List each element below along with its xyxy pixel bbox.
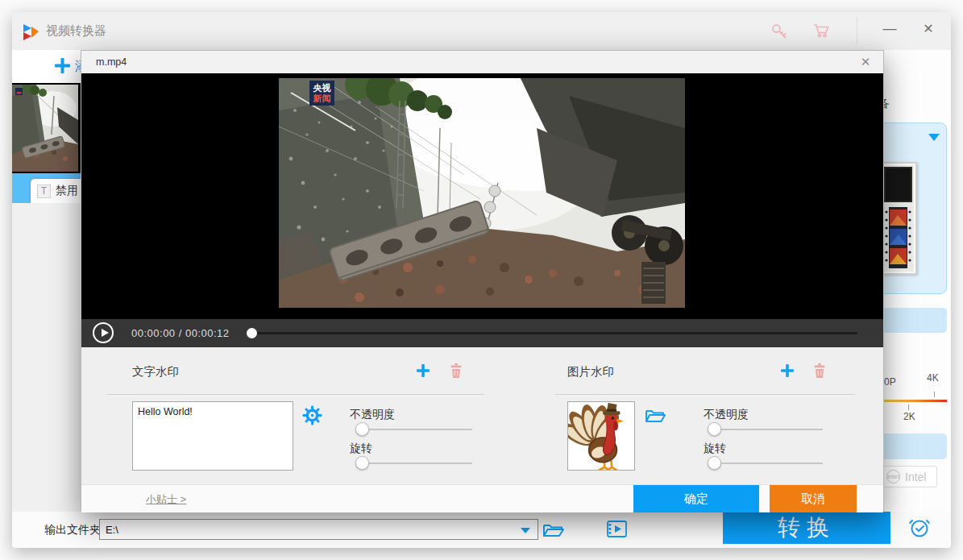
watermark-panel: 文字水印 Hello World! — [81, 347, 883, 484]
intel-label: Intel — [905, 471, 926, 483]
format-preview-panel[interactable] — [874, 122, 947, 294]
intel-logo-icon: intel — [886, 470, 900, 483]
slider-track[interactable] — [355, 429, 472, 430]
register-key-icon[interactable] — [770, 22, 789, 41]
image-opacity-label: 不透明度 — [704, 408, 749, 422]
output-folder-combobox[interactable]: E:\ — [99, 519, 538, 540]
delete-text-watermark-icon[interactable] — [449, 363, 463, 379]
filmstrip-icon — [884, 207, 912, 268]
ok-button[interactable]: 确定 — [633, 485, 759, 512]
resolution-label-left: 0P — [884, 376, 896, 388]
slider-handle[interactable] — [355, 456, 369, 470]
watermark-image-box[interactable] — [567, 401, 635, 471]
slider-handle[interactable] — [708, 456, 721, 470]
text-rotate-label: 旋转 — [350, 442, 372, 456]
slider-handle[interactable] — [708, 422, 721, 436]
dialog-title: m.mp4 — [96, 56, 127, 68]
preview-screen — [884, 167, 912, 202]
settings-row-2[interactable] — [874, 433, 947, 459]
image-opacity-slider[interactable] — [708, 422, 823, 437]
image-rotate-slider[interactable] — [708, 456, 823, 471]
text-watermark-section: 文字水印 Hello World! — [107, 347, 484, 484]
section-divider — [107, 394, 484, 395]
time-display: 00:00:00 / 00:00:12 — [131, 327, 230, 339]
open-output-folder-icon[interactable] — [542, 520, 565, 539]
video-frame — [279, 78, 685, 308]
turkey-image — [568, 402, 634, 470]
play-icon — [102, 329, 109, 337]
settings-row-1[interactable] — [874, 308, 947, 333]
tips-link[interactable]: 小贴士 > — [146, 492, 186, 507]
text-rotate-slider[interactable] — [355, 456, 472, 471]
image-rotate-label: 旋转 — [704, 442, 726, 456]
chevron-down-icon[interactable] — [928, 134, 940, 141]
app-logo-icon — [22, 23, 39, 40]
text-watermark-title: 文字水印 — [132, 364, 179, 380]
slider-track[interactable] — [708, 429, 823, 430]
add-text-watermark-icon[interactable] — [416, 363, 430, 378]
text-t-icon: T — [37, 185, 51, 198]
browse-image-folder-icon[interactable] — [645, 406, 666, 425]
add-image-watermark-icon[interactable] — [780, 363, 795, 378]
video-thumbnail[interactable] — [12, 85, 78, 172]
left-panel-background — [12, 203, 81, 512]
slider-track[interactable] — [708, 463, 823, 464]
desktop: 视频转换器 — ✕ 添 — [0, 0, 963, 560]
convert-button[interactable]: 转换 — [723, 512, 890, 544]
seek-bar[interactable] — [247, 319, 857, 347]
delete-image-watermark-icon[interactable] — [812, 363, 827, 379]
bottom-bar: 输出文件夹： E:\ 转换 — [12, 512, 951, 548]
resolution-label-4k: 4K — [927, 372, 939, 384]
resolution-label-2k: 2K — [903, 411, 915, 422]
resolution-tick-4k — [934, 392, 935, 397]
seek-track[interactable] — [247, 332, 857, 334]
app-title: 视频转换器 — [46, 23, 106, 39]
intel-badge: intel Intel — [881, 466, 937, 487]
add-file-plus-icon[interactable] — [54, 57, 71, 74]
dialog-footer: 小贴士 > 确定 取消 — [81, 484, 883, 512]
close-window-button[interactable]: ✕ — [918, 19, 939, 39]
text-opacity-slider[interactable] — [355, 422, 472, 437]
cancel-button[interactable]: 取消 — [770, 485, 857, 512]
text-settings-gear-icon[interactable] — [302, 405, 322, 425]
right-settings-strip: 备 — [884, 50, 951, 512]
schedule-alarm-icon[interactable] — [907, 516, 932, 540]
seek-handle[interactable] — [247, 328, 257, 338]
resolution-tick-2k — [908, 404, 909, 410]
slider-track[interactable] — [355, 463, 472, 464]
resolution-gradient-slider[interactable] — [874, 400, 947, 402]
tab-disable-label: 禁用 — [56, 184, 78, 198]
play-button[interactable] — [93, 322, 114, 343]
minimize-button[interactable]: — — [879, 19, 900, 39]
titlebar-divider — [857, 17, 857, 44]
merge-video-icon[interactable] — [606, 518, 628, 540]
player-bar: 00:00:00 / 00:00:12 — [81, 319, 883, 347]
video-thumbnail-block — [12, 83, 81, 173]
section-divider — [555, 394, 855, 395]
watermark-dialog: m.mp4 ✕ — [81, 50, 884, 512]
combobox-dropdown-icon[interactable] — [521, 528, 530, 533]
dialog-header: m.mp4 ✕ — [81, 51, 883, 73]
image-watermark-section: 图片水印 — [555, 347, 855, 484]
titlebar: 视频转换器 — ✕ — [12, 12, 951, 50]
watermark-text-input[interactable]: Hello World! — [132, 401, 293, 471]
image-watermark-title: 图片水印 — [567, 364, 614, 380]
output-folder-value: E:\ — [106, 524, 118, 536]
dialog-close-button[interactable]: ✕ — [857, 54, 874, 70]
text-opacity-label: 不透明度 — [350, 408, 395, 422]
slider-handle[interactable] — [355, 422, 369, 436]
format-preview-box — [879, 162, 917, 275]
cart-icon[interactable] — [812, 22, 832, 41]
video-preview-area: 央视 新闻 — [81, 73, 883, 319]
